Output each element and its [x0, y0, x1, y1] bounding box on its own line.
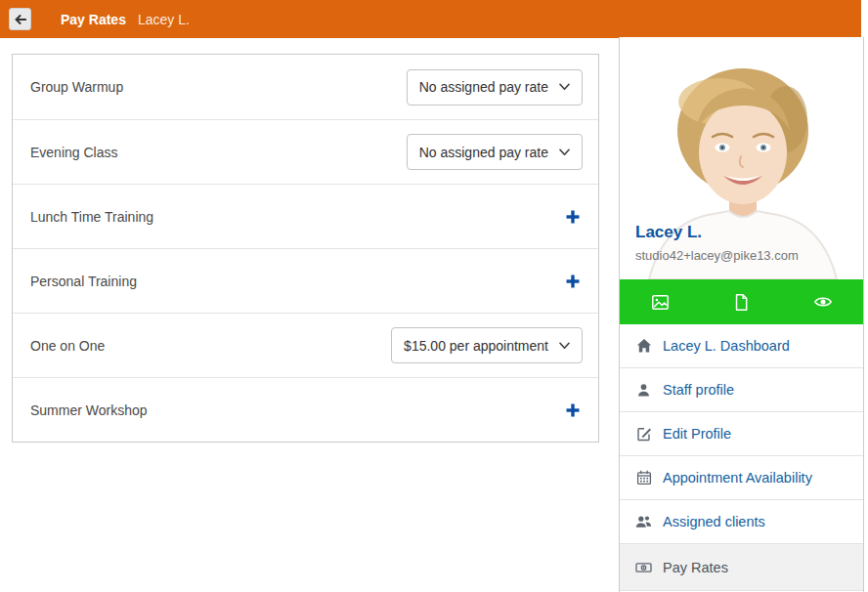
sidebar-item-label: Assigned clients: [663, 514, 765, 529]
document-button[interactable]: [701, 279, 782, 324]
sidebar-item-appointment-availability[interactable]: Appointment Availability: [620, 456, 863, 500]
sidebar-item-lacey-l-dashboard[interactable]: Lacey L. Dashboard: [620, 324, 863, 368]
sidebar-item-label: Pay Rates: [663, 560, 728, 575]
profile-photo: Lacey L. studio42+lacey@pike13.com: [620, 37, 863, 279]
pay-rate-row: Lunch Time Training: [13, 184, 598, 248]
add-pay-rate-button[interactable]: [566, 210, 580, 224]
users-icon: [635, 514, 652, 529]
plus-icon: [566, 275, 580, 288]
pay-rate-select-value: No assigned pay rate: [419, 145, 548, 160]
pay-rate-select[interactable]: No assigned pay rate: [407, 134, 583, 170]
arrow-left-icon: [14, 13, 27, 26]
profile-sidebar: Lacey L. studio42+lacey@pike13.com: [619, 37, 864, 592]
pay-rates-card: Group WarmupNo assigned pay rateEvening …: [12, 54, 599, 443]
photo-icon: [651, 293, 670, 312]
pay-rate-label: One on One: [30, 338, 105, 354]
pay-rate-label: Summer Workshop: [30, 402, 148, 418]
profile-name: Lacey L.: [635, 223, 799, 242]
home-icon: [635, 338, 652, 354]
sidebar-item-label: Lacey L. Dashboard: [663, 338, 790, 354]
pay-rate-row: One on One$15.00 per appointment: [13, 313, 598, 377]
chevron-down-icon: [559, 342, 570, 350]
pay-rate-select-value: $15.00 per appointment: [404, 338, 548, 354]
view-profile-button[interactable]: [782, 279, 863, 324]
pay-rate-row: Evening ClassNo assigned pay rate: [13, 119, 598, 184]
pay-rate-label: Lunch Time Training: [30, 209, 153, 225]
page-title: Pay Rates: [61, 12, 126, 27]
pay-rate-label: Personal Training: [30, 274, 137, 289]
edit-icon: [635, 426, 652, 442]
plus-icon: [566, 403, 580, 417]
sidebar-item-edit-profile[interactable]: Edit Profile: [620, 412, 863, 456]
profile-email: studio42+lacey@pike13.com: [635, 248, 799, 263]
sidebar-item-assigned-clients[interactable]: Assigned clients: [620, 500, 863, 544]
back-button[interactable]: [9, 8, 31, 30]
add-pay-rate-button[interactable]: [566, 275, 580, 288]
profile-action-bar: [620, 279, 863, 324]
eye-icon: [813, 292, 833, 312]
pay-rate-row: Personal Training: [13, 248, 598, 313]
sidebar-item-staff-profile[interactable]: Staff profile: [620, 368, 863, 412]
pay-rate-select[interactable]: No assigned pay rate: [407, 69, 583, 106]
chevron-down-icon: [559, 148, 570, 156]
change-photo-button[interactable]: [620, 279, 701, 324]
pay-rate-select-value: No assigned pay rate: [419, 79, 548, 95]
pay-rate-select[interactable]: $15.00 per appointment: [391, 327, 583, 363]
sidebar-item-pay-rates[interactable]: Pay Rates: [620, 544, 863, 591]
user-icon: [635, 383, 652, 398]
sidebar-item-label: Staff profile: [663, 382, 734, 398]
pay-rate-label: Evening Class: [30, 145, 118, 160]
pay-rate-row: Group WarmupNo assigned pay rate: [13, 55, 598, 119]
page-subtitle: Lacey L.: [138, 12, 190, 27]
profile-menu: Lacey L. DashboardStaff profileEdit Prof…: [620, 324, 863, 591]
add-pay-rate-button[interactable]: [566, 403, 580, 417]
sidebar-item-label: Appointment Availability: [663, 470, 812, 486]
plus-icon: [566, 210, 580, 224]
banknote-icon: [635, 560, 652, 575]
calendar-icon: [635, 470, 652, 486]
top-bar: Pay Rates Lacey L.: [0, 0, 861, 38]
chevron-down-icon: [559, 83, 570, 91]
profile-identity: Lacey L. studio42+lacey@pike13.com: [635, 223, 799, 263]
pay-rate-row: Summer Workshop: [13, 377, 598, 442]
sidebar-item-label: Edit Profile: [663, 426, 731, 442]
document-icon: [732, 293, 751, 312]
pay-rate-label: Group Warmup: [30, 79, 123, 95]
